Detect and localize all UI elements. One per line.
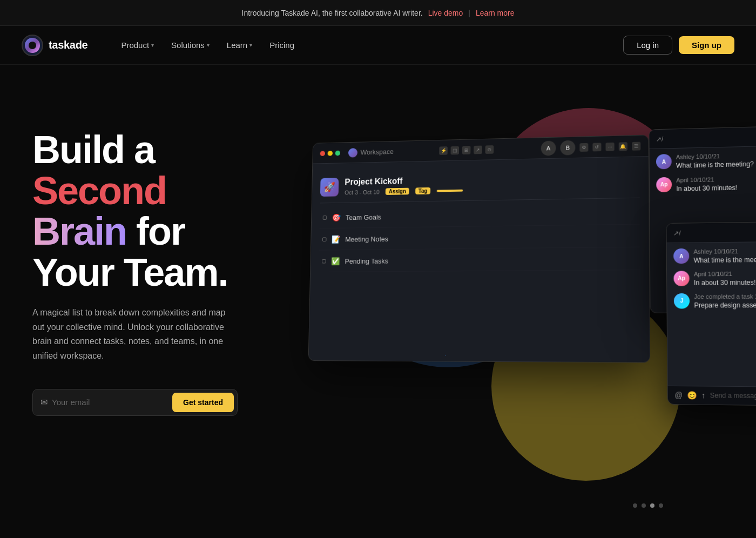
nav-links: Product ▾ Solutions ▾ Learn ▾ Pricing <box>113 36 623 54</box>
app-mockup: Workspace ⚡ ◫ ⊞ ↗ ⊙ A B ⚙ ↺ ··· <box>294 116 743 524</box>
project-info: Project Kickoff Oct 3 - Oct 10 Assign Ta… <box>345 176 463 196</box>
email-input[interactable] <box>52 394 168 410</box>
workspace-icon <box>348 148 357 157</box>
toolbar-icon-5[interactable]: ⊙ <box>485 145 494 154</box>
get-started-button[interactable]: Get started <box>172 393 234 412</box>
chat-input-bar: @ 😊 ↑ Send a message... ▶ <box>668 386 756 406</box>
chevron-down-icon: ▾ <box>207 42 210 48</box>
task-checkbox[interactable] <box>322 237 327 241</box>
task-label: Team Goals <box>346 213 381 221</box>
avatar: Ap <box>656 177 672 192</box>
window-controls <box>320 150 341 156</box>
menu-icon[interactable]: ☰ <box>632 142 640 150</box>
toolbar-icon-1[interactable]: ⚡ <box>440 146 448 155</box>
project-header: 🚀 Project Kickoff Oct 3 - Oct 10 Assign … <box>320 165 640 203</box>
workspace-window: Workspace ⚡ ◫ ⊞ ↗ ⊙ A B ⚙ ↺ ··· <box>308 134 650 362</box>
chat-message: A Ashley 10/10/21 What time is the meeti… <box>673 247 756 265</box>
message-text: In about 30 minutes! <box>676 182 756 193</box>
nav-learn[interactable]: Learn ▾ <box>219 36 260 54</box>
emoji-face-icon[interactable]: 😊 <box>687 391 697 400</box>
task-label: Meeting Notes <box>345 235 388 243</box>
avatar: Ap <box>673 271 689 286</box>
task-checkbox[interactable] <box>323 216 327 220</box>
toolbar-icon-4[interactable]: ↗ <box>474 145 483 154</box>
hero-section: Build a Second Brain for Your Team. A ma… <box>0 65 756 524</box>
chevron-down-icon: ▾ <box>249 42 252 48</box>
email-icon: ✉ <box>40 397 48 407</box>
task-item: 📝 Meeting Notes <box>319 225 640 251</box>
title-for: for <box>136 210 185 253</box>
assign-tag[interactable]: Assign <box>386 188 409 195</box>
avatar: A <box>656 154 672 169</box>
message-text: What time is the meeting? <box>676 158 756 170</box>
message-bubble: April 10/10/21 In about 30 minutes! <box>694 270 756 287</box>
message-sender: April 10/10/21 <box>676 174 756 184</box>
message-sender: Ashley 10/10/21 <box>693 247 756 254</box>
message-bubble: Ashley 10/10/21 What time is the meeting… <box>693 247 756 265</box>
settings-icon[interactable]: ⚙ <box>579 143 588 151</box>
project-meta: Oct 3 - Oct 10 Assign Tag <box>345 187 463 196</box>
nav-product[interactable]: Product ▾ <box>113 36 161 54</box>
task-item: 🎯 Team Goals <box>320 203 640 229</box>
announce-divider: | <box>468 9 470 17</box>
tag-tag[interactable]: Tag <box>415 187 430 194</box>
chat-message: Ap April 10/10/21 In about 30 minutes! <box>673 270 756 287</box>
chat-message: J Joe completed a task 10/10/21 Prepare … <box>674 293 756 310</box>
task-label: Pending Tasks <box>345 257 388 265</box>
project-dates: Oct 3 - Oct 10 <box>345 189 380 196</box>
message-text: What time is the meeting? <box>694 255 756 265</box>
toolbar-icon-3[interactable]: ⊞ <box>462 146 471 154</box>
hero-title: Build a Second Brain for Your Team. <box>32 130 292 293</box>
email-form: ✉ Get started <box>32 389 238 416</box>
title-line3: Your Team. <box>32 252 292 293</box>
chat-bar-overlay: ↗/ 📞 Start Call <box>666 221 756 243</box>
window-user-icons: A B ⚙ ↺ ··· 🔔 ☰ <box>541 138 641 156</box>
chat-content-bg: A Ashley 10/10/21 What time is the meeti… <box>650 145 756 199</box>
logo-text: taskade <box>49 39 87 51</box>
user-avatar-1: A <box>541 140 556 156</box>
more-icon[interactable]: ··· <box>606 142 615 151</box>
expand-dot <box>335 150 341 156</box>
chat-content-overlay: A Ashley 10/10/21 What time is the meeti… <box>667 241 756 315</box>
login-button[interactable]: Log in <box>623 36 672 55</box>
message-text: In about 30 minutes! <box>694 278 756 287</box>
project-title: Project Kickoff <box>345 176 463 187</box>
nav-pricing[interactable]: Pricing <box>262 36 302 54</box>
chat-placeholder[interactable]: Send a message... <box>710 392 756 400</box>
title-brain: Brain <box>32 210 126 253</box>
chat-arrow-icon: ↗/ <box>656 135 664 143</box>
message-bubble: Joe completed a task 10/10/21 Prepare de… <box>694 293 756 310</box>
announcement-bar: Introducing Taskade AI, the first collab… <box>0 0 756 26</box>
progress-bar <box>437 189 463 192</box>
toolbar-icon-2[interactable]: ◫ <box>451 146 460 154</box>
message-text: Prepare design assets <box>694 300 756 310</box>
signup-button[interactable]: Sign up <box>679 36 734 54</box>
task-item: ✅ Pending Tasks <box>319 248 640 272</box>
announce-text: Introducing Taskade AI, the first collab… <box>242 9 423 17</box>
nav-solutions[interactable]: Solutions ▾ <box>164 36 217 54</box>
task-checkbox[interactable] <box>322 259 326 264</box>
chat-bar: ↗/ 📞 Start Call <box>649 126 756 149</box>
message-sender: Ashley 10/10/21 <box>676 151 756 160</box>
message-bubble: April 10/10/21 In about 30 minutes! <box>676 174 756 194</box>
attachment-icon[interactable]: ↑ <box>701 391 706 400</box>
bell-icon[interactable]: 🔔 <box>619 142 627 151</box>
project-icon: 🚀 <box>320 178 339 197</box>
learn-more-link[interactable]: Learn more <box>476 9 515 17</box>
logo-icon <box>22 35 43 56</box>
nav-actions: Log in Sign up <box>623 36 734 55</box>
refresh-icon[interactable]: ↺ <box>592 143 601 151</box>
avatar: A <box>673 248 689 264</box>
chat-window-overlay: ↗/ 📞 Start Call A Ashley 10/10/21 What t… <box>666 221 756 406</box>
close-dot <box>320 151 326 156</box>
task-list: 🎯 Team Goals 📝 Meeting Notes ✅ Pending T… <box>319 203 640 272</box>
minimize-dot <box>328 151 333 156</box>
logo[interactable]: taskade <box>22 35 87 56</box>
message-sender: Joe completed a task 10/10/21 <box>694 293 756 300</box>
chat-message: A Ashley 10/10/21 What time is the meeti… <box>656 151 756 171</box>
window-toolbar: ⚡ ◫ ⊞ ↗ ⊙ <box>440 145 494 155</box>
live-demo-link[interactable]: Live demo <box>428 9 463 17</box>
chevron-down-icon: ▾ <box>151 42 154 48</box>
chat-arrow-icon: ↗/ <box>673 229 681 237</box>
emoji-icon[interactable]: @ <box>674 391 683 400</box>
